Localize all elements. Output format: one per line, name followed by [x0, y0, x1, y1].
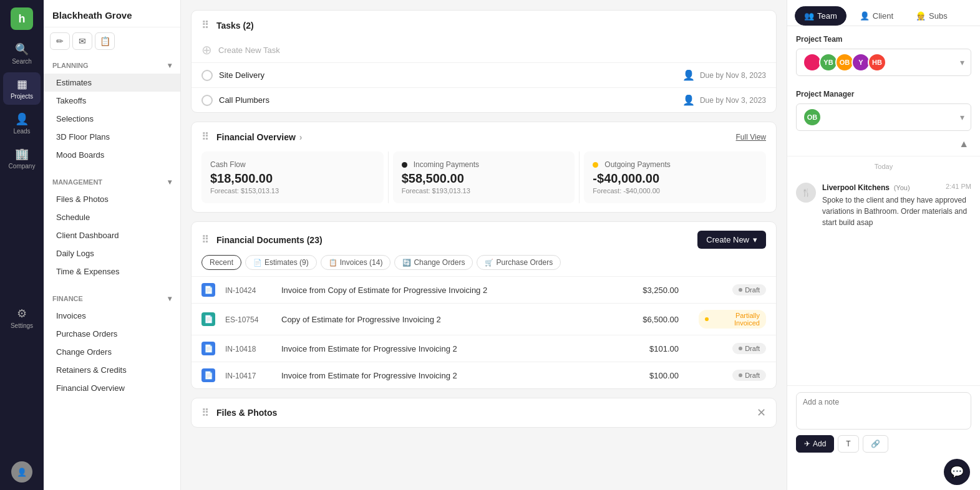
- task-row[interactable]: Site Delivery 👤 Due by Nov 8, 2023: [192, 62, 776, 87]
- tab-subs[interactable]: 👷 Subs: [906, 6, 957, 26]
- cash-flow-forecast: Forecast: $153,013.13: [210, 187, 375, 195]
- finance-section-header[interactable]: Finance ▾: [44, 291, 180, 307]
- project-manager-label: Project Manager: [796, 90, 971, 98]
- sidebar-item-projects[interactable]: ▦ Projects: [3, 72, 41, 105]
- management-section-header[interactable]: Management ▾: [44, 174, 180, 190]
- create-new-label: Create New: [706, 235, 749, 244]
- management-section: Management ▾ Files & Photos Schedule Cli…: [44, 169, 180, 286]
- full-view-link[interactable]: Full View: [736, 133, 766, 142]
- note-input-actions: ✈ Add T 🔗: [796, 435, 971, 453]
- sidebar-item-change-orders[interactable]: Change Orders: [44, 343, 180, 361]
- team-selector[interactable]: YB OB Y HB ▾: [796, 49, 971, 76]
- sidebar-item-selections[interactable]: Selections: [44, 110, 180, 128]
- sidebar-item-time-expenses[interactable]: Time & Expenses: [44, 262, 180, 281]
- add-note-button[interactable]: ✈ Add: [796, 435, 834, 453]
- manager-selector[interactable]: OB ▾: [796, 103, 971, 131]
- tab-invoices[interactable]: 📋 Invoices (14): [321, 255, 391, 270]
- note-body: Spoke to the client and they have approv…: [822, 195, 971, 228]
- table-row[interactable]: 📄 ES-10754 Copy of Estimate for Progress…: [192, 304, 776, 335]
- purchase-orders-label: Purchase Orders: [56, 329, 117, 339]
- create-task-row[interactable]: ⊕ Create New Task: [192, 37, 776, 62]
- tab-purchase-orders[interactable]: 🛒 Purchase Orders: [477, 255, 561, 270]
- close-button[interactable]: ✕: [757, 406, 766, 420]
- sidebar-tab-mail[interactable]: ✉: [72, 32, 92, 50]
- collapse-button[interactable]: ▲: [956, 136, 971, 152]
- tab-invoices-label: Invoices (14): [340, 258, 383, 267]
- incoming-payments-stat: Incoming Payments $58,500.00 Forecast: $…: [393, 151, 575, 203]
- task-checkbox[interactable]: [201, 95, 213, 106]
- tab-change-orders[interactable]: 🔄 Change Orders: [394, 255, 473, 270]
- invoices-label: Invoices: [56, 311, 86, 320]
- note-input[interactable]: [796, 392, 971, 430]
- sidebar-item-financial-overview[interactable]: Financial Overview: [44, 379, 180, 397]
- table-row[interactable]: 📄 IN-10424 Invoice from Copy of Estimate…: [192, 277, 776, 304]
- doc-description: Invoice from Estimate for Progressive In…: [281, 371, 457, 380]
- badge-dot: [739, 373, 742, 377]
- projects-label: Projects: [11, 93, 33, 100]
- sidebar-item-takeoffs[interactable]: Takeoffs: [44, 92, 180, 110]
- sidebar-item-settings[interactable]: ⚙ Settings: [3, 302, 41, 334]
- search-icon: 🔍: [15, 42, 29, 56]
- chevron-down-icon: ▾: [753, 235, 757, 244]
- financial-overview-sidebar-label: Financial Overview: [56, 383, 125, 393]
- sidebar-item-purchase-orders[interactable]: Purchase Orders: [44, 325, 180, 343]
- table-row[interactable]: 📄 IN-10417 Invoice from Estimate for Pro…: [192, 362, 776, 389]
- doc-id: IN-10417: [225, 372, 256, 380]
- chat-button[interactable]: 💬: [944, 459, 970, 485]
- task-due: Due by Nov 3, 2023: [700, 96, 766, 105]
- add-task-icon: ⊕: [201, 42, 212, 57]
- change-orders-tab-icon: 🔄: [402, 259, 411, 267]
- assign-icon: 👤: [682, 94, 695, 106]
- sidebar-item-client-dashboard[interactable]: Client Dashboard: [44, 226, 180, 244]
- planning-chevron-icon: ▾: [168, 61, 172, 70]
- outgoing-forecast: Forecast: -$40,000.00: [593, 187, 757, 195]
- planning-section-header[interactable]: Planning ▾: [44, 57, 180, 74]
- table-row[interactable]: 📄 IN-10418 Invoice from Estimate for Pro…: [192, 335, 776, 362]
- sidebar-item-estimates[interactable]: Estimates: [44, 74, 180, 92]
- sidebar-item-mood-boards[interactable]: Mood Boards: [44, 146, 180, 164]
- sidebar-item-files-photos[interactable]: Files & Photos: [44, 190, 180, 208]
- user-avatar[interactable]: 👤: [11, 461, 32, 483]
- app-logo[interactable]: h: [11, 7, 33, 30]
- change-orders-label: Change Orders: [56, 347, 112, 357]
- badge-dot: [739, 347, 742, 350]
- sidebar-item-schedule[interactable]: Schedule: [44, 208, 180, 226]
- task-row[interactable]: Call Plumbers 👤 Due by Nov 3, 2023: [192, 87, 776, 112]
- management-chevron-icon: ▾: [168, 178, 172, 186]
- tab-estimates-label: Estimates (9): [264, 258, 309, 267]
- sidebar-item-search[interactable]: 🔍 Search: [3, 37, 41, 70]
- link-button[interactable]: 🔗: [863, 435, 888, 453]
- sidebar-item-floor-plans[interactable]: 3D Floor Plans: [44, 128, 180, 146]
- team-tab-label: Team: [817, 11, 837, 21]
- documents-table: 📄 IN-10424 Invoice from Copy of Estimate…: [192, 276, 776, 388]
- planning-section: Planning ▾ Estimates Takeoffs Selections…: [44, 52, 180, 169]
- format-text-button[interactable]: T: [838, 435, 858, 453]
- estimates-tab-icon: 📄: [253, 259, 262, 267]
- sidebar-item-company[interactable]: 🏢 Company: [3, 142, 41, 175]
- tab-recent[interactable]: Recent: [201, 255, 241, 270]
- tab-team[interactable]: 👥 Team: [795, 6, 847, 26]
- sidebar-tab-edit[interactable]: ✏: [50, 32, 70, 50]
- schedule-label: Schedule: [56, 213, 90, 222]
- tab-estimates[interactable]: 📄 Estimates (9): [245, 255, 317, 270]
- doc-amount: $100.00: [649, 371, 679, 380]
- tab-client[interactable]: 👤 Client: [850, 6, 903, 26]
- doc-amount: $101.00: [649, 344, 679, 353]
- create-new-button[interactable]: Create New ▾: [697, 231, 766, 249]
- note-author: Liverpool Kitchens (You): [822, 183, 910, 192]
- badge-dot: [705, 317, 709, 321]
- sidebar-tab-clipboard[interactable]: 📋: [95, 32, 115, 50]
- tab-purchase-orders-label: Purchase Orders: [496, 258, 553, 267]
- sidebar-item-daily-logs[interactable]: Daily Logs: [44, 244, 180, 262]
- divider: [388, 151, 389, 203]
- sidebar-item-invoices[interactable]: Invoices: [44, 307, 180, 325]
- sidebar-item-leads[interactable]: 👤 Leads: [3, 107, 41, 140]
- task-checkbox[interactable]: [201, 70, 213, 81]
- chat-icon: 💬: [950, 465, 964, 479]
- sidebar-item-retainers-credits[interactable]: Retainers & Credits: [44, 361, 180, 379]
- status-badge: Draft: [732, 370, 766, 381]
- doc-description: Copy of Estimate for Progressive Invoici…: [281, 315, 441, 324]
- note-item: 🍴 Liverpool Kitchens (You) 2:41 PM Spoke…: [787, 176, 980, 234]
- finance-section-label: Finance: [52, 295, 83, 302]
- selections-label: Selections: [56, 114, 94, 123]
